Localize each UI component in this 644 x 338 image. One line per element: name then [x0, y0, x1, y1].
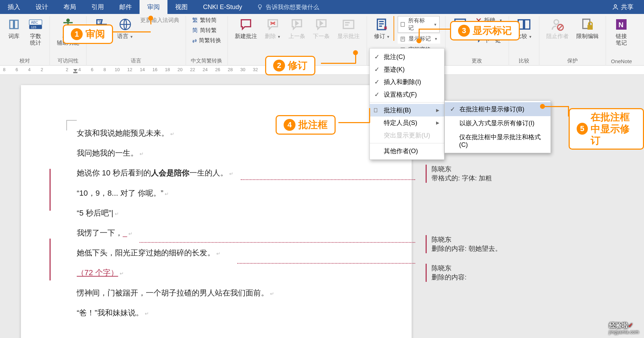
sc-tc-convert-button[interactable]: ⇄简繁转换 [191, 36, 223, 45]
menu-item-balloons[interactable]: 批注框(B)▶ [370, 104, 444, 117]
tab-design[interactable]: 设计 [28, 0, 56, 14]
callout-lead [369, 108, 370, 123]
paragraph[interactable]: 我问她我的一生。↵ [77, 147, 356, 159]
paragraph[interactable]: 愣神间，门被踹开，一个胡子拉碴的男人站在我们面前。↵ [77, 287, 356, 299]
update-ime-button[interactable]: 更新输入法词典 [139, 16, 181, 25]
sc-to-tc-button[interactable]: 简简转繁 [191, 26, 223, 35]
revision-author: 陈晓东 [432, 235, 576, 244]
menu-item-ink[interactable]: ✓墨迹(K) [370, 63, 444, 76]
thesaurus-button[interactable]: 词库 [5, 16, 23, 41]
revision-text: 带格式的: 字体: 加粗 [432, 174, 576, 183]
menu-item-people[interactable]: 特定人员(S)▶ [370, 117, 444, 129]
svg-point-6 [67, 19, 69, 22]
menu-item-other-authors[interactable]: 其他作者(O) [370, 145, 444, 157]
tc-to-sc-button[interactable]: 繁繁转简 [191, 16, 223, 25]
svg-point-1 [614, 5, 617, 7]
callout-5: 5在批注框 中显示修订 [569, 108, 644, 150]
share-label: 共享 [621, 3, 634, 11]
paragraph[interactable]: “爸！”我和妹妹说。↵ [77, 307, 356, 319]
menu-item-formatting[interactable]: ✓设置格式(F) [370, 88, 444, 101]
comment-add-icon [239, 17, 253, 31]
paragraph[interactable]: “10，9，8... 对了 你呢。”↵ [77, 187, 356, 199]
callout-4: 4批注框 [276, 115, 336, 135]
block-authors-button[interactable]: 阻止作者 [544, 16, 571, 41]
tab-cnki[interactable]: CNKI E-Study [195, 0, 250, 14]
callout-dot [417, 38, 421, 43]
share-button[interactable]: 共享 [612, 3, 634, 11]
lightbulb-icon [257, 4, 263, 10]
svg-rect-17 [525, 20, 530, 29]
callout-lead [112, 31, 151, 32]
tab-mailings[interactable]: 邮件 [112, 0, 140, 14]
paragraph[interactable]: 我愣了一下，_↵ [77, 227, 356, 239]
tab-view[interactable]: 视图 [167, 0, 195, 14]
wordcount-icon: ABC123 [29, 17, 43, 31]
callout-2: 2修订 [265, 56, 315, 75]
tab-bar: 插入 设计 布局 引用 邮件 审阅 视图 CNKI E-Study 告诉我你想要… [0, 0, 644, 14]
paragraph[interactable]: 她低下头，阳光正穿过她的细碎的长发。↵ [77, 247, 356, 259]
onenote-button[interactable]: N 链接 笔记 [612, 16, 630, 47]
svg-text:N: N [619, 21, 623, 29]
tab-insert[interactable]: 插入 [0, 0, 28, 14]
language-button[interactable]: 语言▼ [115, 16, 135, 41]
menu-item-insertions[interactable]: ✓插入和删除(I) [370, 76, 444, 88]
next-comment-button[interactable]: 下一条 [311, 16, 332, 41]
watermark: 经验啦✓ jingyanla.com [609, 321, 639, 335]
show-markup-menu: ✓批注(C) ✓墨迹(K) ✓插入和删除(I) ✓设置格式(F) 批注框(B)▶… [369, 48, 444, 160]
balloon-connector [237, 263, 415, 264]
track-icon [375, 17, 389, 31]
paragraph[interactable]: “5 秒后吧”|↵ [77, 207, 356, 219]
prev-comment-button[interactable]: 上一条 [286, 16, 307, 41]
callout-dot [540, 104, 545, 109]
menu-item-comments[interactable]: ✓批注(C) [370, 51, 444, 63]
balloons-submenu: ✓在批注框中显示修订(B) 以嵌入方式显示所有修订(I) 仅在批注框中显示批注和… [444, 100, 551, 153]
restrict-editing-button[interactable]: 限制编辑 [574, 16, 601, 41]
submenu-only-comments[interactable]: 仅在批注框中显示批注和格式(C) [445, 130, 551, 151]
ruler[interactable]: 86422468101214161820222426283032343638 [0, 66, 644, 75]
callout-lead [419, 29, 450, 30]
block-author-icon [551, 17, 564, 31]
callout-dot [353, 50, 358, 55]
tab-review[interactable]: 审阅 [140, 0, 167, 14]
paragraph[interactable]: （72 个字）↵ [77, 266, 356, 279]
callout-dot [148, 16, 153, 21]
svg-rect-24 [73, 72, 77, 73]
comment-prev-icon [290, 17, 304, 31]
delete-comment-button[interactable]: 删除▼ [263, 16, 283, 41]
balloon-connector [140, 242, 415, 243]
svg-text:ABC: ABC [31, 21, 38, 24]
menu-item-highlight: 突出显示更新(U) [370, 129, 444, 142]
callout-1: 1审阅 [63, 24, 113, 44]
revision-author: 陈晓东 [432, 165, 576, 174]
revision-balloon[interactable]: 陈晓东 删除的内容: [426, 264, 576, 282]
person-icon [612, 3, 619, 10]
revision-text: 删除的内容: [432, 273, 576, 282]
tell-me[interactable]: 告诉我你想要做什么 [257, 3, 319, 11]
revision-balloon[interactable]: 陈晓东 删除的内容: 朝她望去。 [426, 235, 576, 253]
revision-balloon[interactable]: 陈晓东 带格式的: 字体: 加粗 [426, 165, 576, 183]
svg-point-18 [554, 20, 559, 24]
lock-icon [581, 17, 594, 31]
track-changes-button[interactable]: 修订▼ [372, 16, 394, 41]
indent-marker-icon[interactable] [73, 68, 78, 74]
callout-lead [321, 63, 356, 64]
submenu-show-inline[interactable]: 以嵌入方式显示所有修订(I) [445, 116, 551, 130]
word-count-button[interactable]: ABC123 字数 统计 [27, 16, 45, 47]
svg-text:123: 123 [31, 25, 36, 29]
svg-point-0 [259, 5, 262, 8]
paragraph[interactable]: 她说你 10 秒后看到的人会是陪你一生的人。↵ [77, 167, 356, 179]
revisions-pane: 陈晓东 带格式的: 字体: 加粗 陈晓东 删除的内容: 朝她望去。 陈晓东 删除… [426, 165, 576, 334]
svg-rect-12 [401, 22, 404, 27]
tab-layout[interactable]: 布局 [56, 0, 84, 14]
show-comments-button[interactable]: 显示批注 [335, 16, 362, 41]
comment-delete-icon [266, 17, 280, 31]
svg-rect-25 [374, 108, 377, 112]
submenu-show-in-balloons[interactable]: ✓在批注框中显示修订(B) [445, 102, 551, 116]
change-bar [50, 169, 51, 211]
change-bar [50, 239, 51, 280]
globe-icon [118, 17, 132, 31]
tab-references[interactable]: 引用 [84, 0, 112, 14]
callout-lead [544, 106, 569, 107]
new-comment-button[interactable]: 新建批注 [233, 16, 259, 41]
svg-text:文: 文 [98, 20, 102, 24]
